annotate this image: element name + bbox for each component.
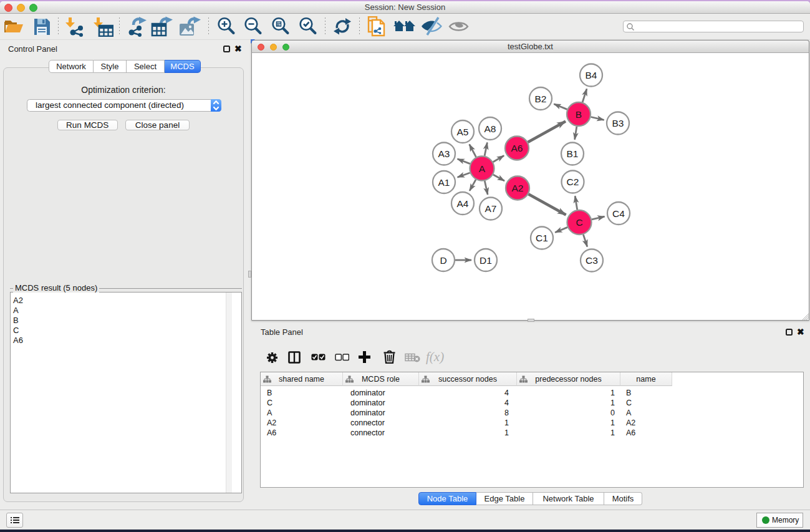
svg-text:D: D [440, 255, 446, 266]
svg-text:C: C [576, 217, 582, 228]
svg-text:D1: D1 [480, 255, 492, 266]
svg-text:A5: A5 [457, 127, 469, 137]
svg-text:B2: B2 [535, 94, 547, 104]
svg-text:A: A [479, 163, 486, 174]
svg-text:A3: A3 [438, 148, 450, 159]
svg-text:A6: A6 [511, 143, 523, 153]
svg-text:B3: B3 [612, 118, 624, 128]
svg-text:B4: B4 [586, 70, 597, 80]
svg-text:B: B [576, 109, 582, 120]
svg-text:B1: B1 [567, 148, 579, 159]
svg-text:C4: C4 [612, 208, 625, 219]
svg-text:A2: A2 [512, 183, 524, 193]
svg-text:A1: A1 [438, 177, 450, 188]
svg-text:A7: A7 [485, 203, 497, 214]
svg-text:C3: C3 [586, 255, 598, 266]
svg-text:A4: A4 [457, 198, 469, 209]
svg-text:C2: C2 [567, 177, 579, 187]
svg-text:A8: A8 [485, 123, 496, 134]
svg-text:C1: C1 [536, 233, 548, 243]
